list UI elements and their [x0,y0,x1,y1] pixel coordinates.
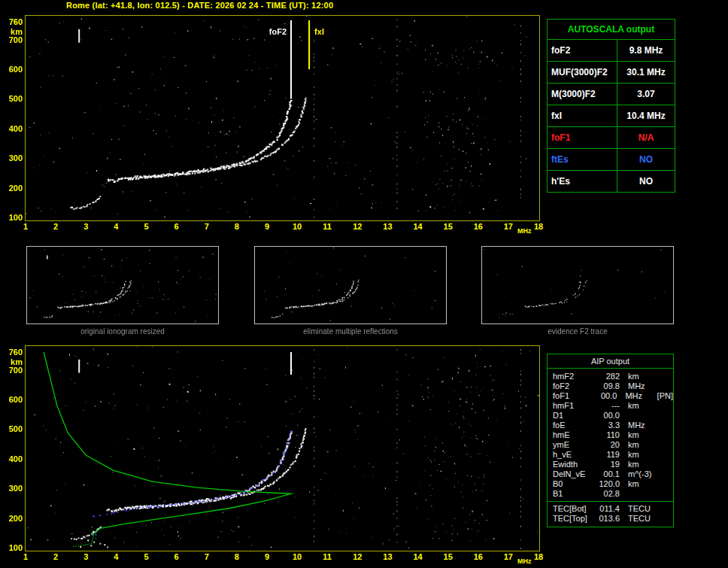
param-label: ftEs [548,149,617,171]
param-value: 10.4 MHz [617,105,675,127]
param-label: foF1 [548,127,617,149]
table-row: ftEsNO [548,149,675,171]
aip-param-value: --- [594,401,620,411]
aip-row: h_vE119km [548,450,673,460]
aip-param-label: B0 [553,479,594,489]
aip-param-label: TEC[Bot] [553,504,594,514]
aip-row: foF100.0MHz[PN] [548,391,673,401]
ionogram-bottom-canvas [26,346,539,551]
aip-param-unit: MHz [628,421,661,430]
aip-output-panel: AIP output hmF2282kmfoF209.8MHzfoF100.0M… [547,354,674,527]
aip-param-unit: TECU [628,514,661,524]
aip-param-label: D1 [553,411,594,421]
y-tick-label: 700 [2,35,23,44]
param-value: NO [617,149,675,171]
table-row: M(3000)F23.07 [548,84,675,105]
aip-param-value: 02.8 [594,489,620,499]
aip-param-label: hmF1 [553,401,594,411]
x-tick-label: 2 [47,222,65,231]
aip-row: B0120.0km [548,479,673,489]
x-axis-unit-label: MHz [517,227,532,235]
x-tick-label: 5 [137,222,155,231]
y-tick-label: 400 [2,124,23,133]
aip-row: foF209.8MHz [548,381,673,391]
aip-row: hmF1---km [548,401,673,411]
y-tick-label: 500 [2,424,23,433]
aip-param-value: 120.0 [594,479,620,489]
param-label: MUF(3000)F2 [548,62,617,84]
aip-param-value: 013.6 [594,514,620,524]
ionogram-bottom-panel [25,345,540,551]
x-tick-label: 3 [77,552,95,561]
x-tick-label: 14 [409,552,427,561]
thumbnail-caption: evidence F2 trace [481,327,674,336]
x-axis-unit-label: MHz [517,557,532,566]
aip-param-label: DelN_vE [553,469,594,479]
aip-row: TEC[Top]013.6TECU [548,514,673,524]
param-value: 9.8 MHz [617,40,675,62]
x-tick-label: 17 [499,552,517,561]
y-tick-label: 100 [2,213,23,222]
aip-param-unit: km [628,401,661,411]
table-row: foF29.8 MHz [548,40,675,62]
x-tick-label: 13 [378,552,396,561]
x-tick-label: 8 [228,552,246,561]
aip-param-value: 20 [594,440,620,450]
y-tick-label: 300 [2,484,23,493]
aip-param-unit: km [628,440,661,450]
param-value: NO [617,171,675,193]
aip-row: DelN_vE00.1m^(-3) [548,469,673,479]
x-tick-label: 18 [529,222,548,231]
aip-param-label: hmF2 [553,372,594,381]
x-tick-label: 18 [529,552,548,561]
aip-row: TEC[Bot]011.4TECU [548,504,673,514]
thumbnail-original-ionogram [26,246,219,324]
y-tick-label: 760 [2,17,23,26]
ionogram-top-canvas [26,16,539,220]
thumbnail-caption: original ionogram resized [26,327,219,336]
window-title: Rome (lat: +41.8, lon: 012.5) - DATE: 20… [66,1,333,10]
thumbnail-multiple-reflections-removed [254,246,447,324]
y-axis-unit-label: km [2,358,23,366]
x-tick-label: 11 [318,552,336,561]
x-tick-label: 16 [469,222,487,231]
aip-param-unit: km [628,450,661,460]
aip-row: hmE110km [548,430,673,440]
x-tick-label: 5 [137,552,155,561]
aip-param-label: hmE [553,430,594,440]
y-tick-label: 200 [2,514,23,523]
x-tick-label: 6 [168,552,186,561]
aip-param-value: 09.8 [594,381,620,391]
aip-row: Ewidth19km [548,460,673,469]
aip-param-label: foF2 [553,381,594,391]
x-tick-label: 4 [107,222,125,231]
thumbnail-caption: eliminate multiple reflections [254,327,447,336]
param-label: fxI [548,105,617,127]
x-tick-label: 14 [409,222,427,231]
aip-param-label: h_vE [553,450,594,460]
x-tick-label: 12 [348,222,366,231]
x-tick-label: 15 [439,552,457,561]
aip-panel-header: AIP output [548,354,673,369]
aip-param-value: 00.0 [594,411,620,421]
aip-param-value: 3.3 [594,421,620,430]
param-label: h'Es [548,171,617,193]
aip-param-unit: TECU [628,504,661,514]
table-row: MUF(3000)F230.1 MHz [548,62,675,84]
x-tick-label: 10 [288,552,306,561]
table-row: foF1N/A [548,127,675,149]
aip-row: hmF2282km [548,372,673,381]
x-tick-label: 6 [168,222,186,231]
x-tick-label: 4 [107,552,125,561]
aip-param-note: [PN] [657,391,673,401]
aip-param-value: 110 [594,430,620,440]
x-tick-label: 16 [469,552,487,561]
y-tick-label: 500 [2,94,23,103]
thumbnail-f2-trace-evidence [481,246,674,324]
table-row: fxI10.4 MHz [548,105,675,127]
y-tick-label: 600 [2,395,23,404]
x-tick-label: 8 [228,222,246,231]
aip-param-unit: MHz [625,391,657,401]
y-tick-label: 100 [2,543,23,552]
aip-param-unit: m^(-3) [628,469,661,479]
